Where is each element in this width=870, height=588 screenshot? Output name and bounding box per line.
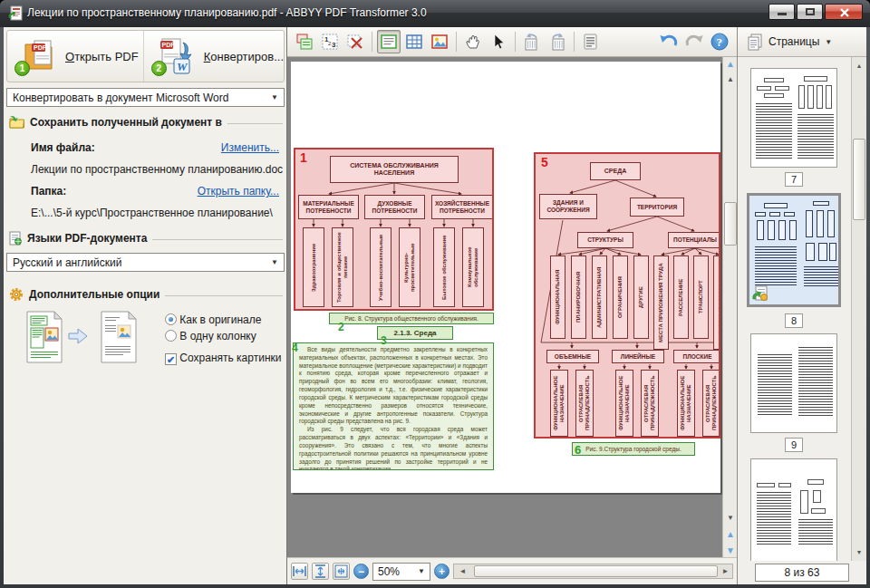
chart-node: ЗДАНИЯ И СООРУЖЕНИЯ xyxy=(539,194,597,219)
checkbox-keep-pictures-label: Сохранять картинки xyxy=(179,352,281,364)
minimize-button[interactable] xyxy=(768,4,795,20)
figure-9-area[interactable]: 5 xyxy=(534,152,720,439)
figure-9-caption[interactable]: Рис. 9.Структура городской среды. xyxy=(572,442,695,456)
thumbnail-page-9[interactable] xyxy=(750,333,837,433)
analyze-areas-button[interactable] xyxy=(293,30,316,53)
convert-button[interactable]: PDF W 2 Конвертиров... xyxy=(143,31,284,82)
title-bar[interactable]: Лекции по пространственному планированию… xyxy=(0,0,870,27)
text-area-button[interactable] xyxy=(377,30,401,53)
chart-node: ОТРАСЛЕВАЯ ПРИНАДЛЕЖНОСТЬ xyxy=(575,370,594,437)
thumb-sketch xyxy=(807,85,814,109)
renumber-areas-button[interactable]: 1 2 3 xyxy=(318,30,342,53)
chart-node: ОГРАНИЧЕНИЯ xyxy=(613,255,628,339)
page-thumbnails: 7 xyxy=(738,57,866,561)
body-text-area[interactable]: Все виды деятельности предметно закрепле… xyxy=(293,342,494,470)
thumbnail-page-8[interactable] xyxy=(747,193,841,307)
table-area-button[interactable] xyxy=(402,30,426,53)
scroll-down-icon[interactable]: ▼ xyxy=(853,545,865,559)
page-up-icon[interactable]: ▲ xyxy=(724,57,737,71)
delete-area-button[interactable] xyxy=(343,30,367,53)
radio-original-label: Как в оригинале xyxy=(179,313,261,326)
fit-height-button[interactable] xyxy=(312,563,329,580)
thumbnails-scroll-thumb[interactable] xyxy=(853,139,865,220)
chart-node: ПОТЕНЦИАЛЫ xyxy=(668,232,720,248)
filename-label: Имя файла: xyxy=(31,141,95,154)
section-heading[interactable]: 2.1.3. Среда xyxy=(377,326,453,340)
section-rule xyxy=(152,239,283,240)
keep-pictures-option[interactable]: ✔ Сохранять картинки xyxy=(165,352,281,365)
save-folder-icon xyxy=(9,116,24,129)
thumbnail-page-number: 7 xyxy=(785,172,803,187)
thumb-sketch xyxy=(817,210,824,237)
thumb-sketch xyxy=(778,483,791,487)
figure-8-caption[interactable]: Рис. 8. Структура общественного обслужив… xyxy=(329,313,494,324)
thumb-sketch xyxy=(755,212,766,217)
rotate-right-icon xyxy=(547,32,567,52)
rotate-left-button[interactable] xyxy=(520,30,544,53)
scroll-up-icon[interactable]: ▲ xyxy=(724,72,737,86)
analyze-areas-icon xyxy=(295,33,314,51)
checkbox-keep-pictures[interactable]: ✔ xyxy=(165,353,177,365)
text-view-button[interactable] xyxy=(579,30,603,53)
language-value: Русский и английский xyxy=(13,256,121,269)
zoom-in-button[interactable]: + xyxy=(434,564,450,579)
toolbar-separator xyxy=(574,32,575,52)
toolbar-separator xyxy=(372,32,372,52)
thumbnails-scrollbar[interactable]: ▲ ▼ xyxy=(851,57,866,561)
radio-single-column[interactable] xyxy=(165,330,177,342)
close-button[interactable] xyxy=(825,4,863,20)
pages-panel-header[interactable]: Страницы ▼ xyxy=(738,27,866,57)
pdf-page[interactable]: 1 xyxy=(291,62,720,493)
fit-height-icon xyxy=(314,564,326,578)
scroll-right-icon[interactable]: ► xyxy=(719,564,732,578)
thumbnail-state-icon xyxy=(752,285,768,302)
prev-page-icon[interactable]: ▲ xyxy=(724,527,737,541)
text-area-icon xyxy=(380,33,398,51)
change-filename-link[interactable]: Изменить... xyxy=(221,141,279,154)
chart-node: ПЛОСКИЕ xyxy=(673,350,720,363)
help-button[interactable]: ? xyxy=(708,30,731,53)
fit-page-button[interactable] xyxy=(333,563,350,580)
horizontal-scroll-thumb[interactable] xyxy=(474,565,718,577)
convert-target-select[interactable]: Конвертировать в документ Microsoft Word… xyxy=(6,88,285,107)
layout-original-option[interactable]: Как в оригинале xyxy=(165,313,261,326)
rotate-right-button[interactable] xyxy=(546,30,569,53)
thumb-sketch xyxy=(784,212,795,217)
figure-8-area[interactable]: 1 xyxy=(294,148,494,311)
zoom-out-button[interactable]: − xyxy=(353,564,369,579)
fit-width-button[interactable] xyxy=(291,563,308,580)
open-pdf-button[interactable]: PDF 1 Открыть PDF xyxy=(7,31,143,82)
scroll-left-icon[interactable]: ◄ xyxy=(456,564,469,578)
next-page-icon[interactable]: ▼ xyxy=(724,544,737,557)
thumb-sketch xyxy=(827,210,835,237)
select-tool-button[interactable] xyxy=(487,30,510,53)
vertical-scrollbar[interactable]: ▲ ▲ ▼ ▲ ▼ xyxy=(722,57,737,557)
chart-node: ОТРАСЛЕВАЯ ПРИНАДЛЕЖНОСТЬ xyxy=(641,370,659,437)
thumb-sketch xyxy=(769,212,780,217)
language-select[interactable]: Русский и английский ▼ xyxy=(6,253,285,272)
page-counter-row: 8 из 63 xyxy=(738,561,866,584)
hand-tool-button[interactable] xyxy=(461,30,485,53)
thumbnail-page-7[interactable] xyxy=(750,68,837,168)
close-icon xyxy=(839,8,850,17)
open-folder-link[interactable]: Открыть папку... xyxy=(198,185,279,198)
layout-single-column-option[interactable]: В одну колонку xyxy=(165,330,256,342)
zoom-level-select[interactable]: 50% ▼ xyxy=(372,563,430,581)
picture-area-button[interactable] xyxy=(428,30,451,53)
vertical-scroll-thumb[interactable] xyxy=(724,202,737,246)
maximize-button[interactable] xyxy=(797,4,823,20)
step-2-badge: 2 xyxy=(151,61,167,76)
document-canvas[interactable]: 1 xyxy=(287,57,737,557)
scroll-down-icon[interactable]: ▼ xyxy=(724,511,737,525)
thumbnail-page-10[interactable] xyxy=(750,458,837,561)
redo-button[interactable] xyxy=(682,30,706,53)
undo-button[interactable] xyxy=(657,30,681,53)
save-section-title: Сохранить полученный документ в xyxy=(30,116,222,129)
thumb-sketch xyxy=(755,246,797,286)
fit-width-icon xyxy=(293,565,306,577)
scroll-up-icon[interactable]: ▲ xyxy=(853,59,865,72)
thumb-sketch xyxy=(811,508,826,514)
horizontal-scrollbar[interactable]: ◄ ► xyxy=(453,564,733,579)
thumb-sketch xyxy=(800,490,808,514)
radio-original[interactable] xyxy=(165,313,177,325)
